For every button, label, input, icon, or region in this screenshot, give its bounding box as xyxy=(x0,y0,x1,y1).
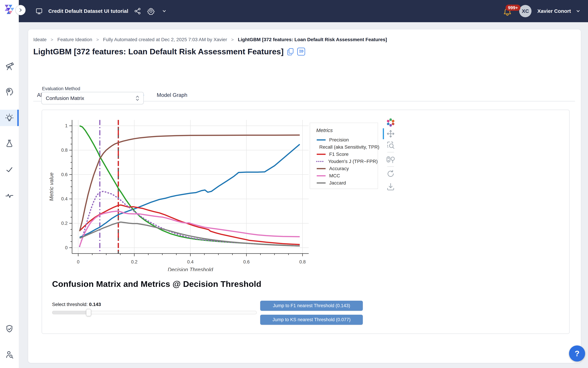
legend-item: Youden's J (TPR−FPR) xyxy=(316,158,378,165)
slider-handle[interactable] xyxy=(86,309,91,316)
x-axis-title: Decision Threshold xyxy=(168,267,213,271)
sidebar-item-ideation[interactable] xyxy=(0,83,19,100)
svg-text:0: 0 xyxy=(65,245,68,250)
jump-f1-button[interactable]: Jump to F1 nearest Threshold (0.143) xyxy=(260,301,363,311)
workspace-title: Credit Default Dataset UI tutorial xyxy=(48,8,128,14)
legend-item: Jaccard xyxy=(316,179,378,187)
evaluation-method-value: Confusion Matrix xyxy=(46,95,135,101)
legend-swatch xyxy=(316,182,326,184)
sidebar-item-monitoring[interactable] xyxy=(0,187,19,204)
copy-icon[interactable] xyxy=(287,48,294,55)
id-badge-icon[interactable]: ID xyxy=(297,48,305,55)
gear-icon[interactable] xyxy=(147,7,155,15)
slider-fill xyxy=(52,311,89,314)
select-chevrons-icon xyxy=(135,95,139,101)
chart-toolbar xyxy=(384,117,397,193)
sidebar-item-governance[interactable] xyxy=(0,321,19,337)
svg-text:0.8: 0.8 xyxy=(299,259,306,265)
top-navbar: Credit Default Dataset UI tutorial 999+ … xyxy=(0,0,588,22)
legend-label: Precision xyxy=(329,137,349,143)
shield-check-icon xyxy=(5,324,14,333)
breadcrumb-current: LightGBM [372 features: Loan Default Ris… xyxy=(238,37,387,42)
threshold-label: Select threshold: 0.143 xyxy=(52,302,101,307)
user-name[interactable]: Xavier Conort xyxy=(537,8,571,14)
app-logo[interactable] xyxy=(3,3,16,16)
legend-label: Jaccard xyxy=(329,180,346,186)
reset-tool-icon[interactable] xyxy=(385,169,396,179)
breadcrumb-ideate[interactable]: Ideate xyxy=(33,37,47,42)
page-title: LightGBM [372 features: Loan Default Ris… xyxy=(33,47,284,56)
id-badge-label: ID xyxy=(299,49,303,54)
svg-text:0.4: 0.4 xyxy=(187,259,194,265)
legend-label: F1 Score xyxy=(329,152,349,157)
legend-swatch xyxy=(316,153,326,155)
svg-text:0.6: 0.6 xyxy=(61,172,68,177)
lightbulb-icon xyxy=(5,113,14,122)
svg-text:0.8: 0.8 xyxy=(61,147,68,153)
toolbar-divider xyxy=(387,166,394,167)
content-card: Ideate > Feature Ideation > Fully Automa… xyxy=(28,29,581,363)
sidebar-item-explore[interactable] xyxy=(0,58,19,74)
head-gear-icon xyxy=(5,87,14,96)
metrics-chart[interactable]: 00.20.40.60.8100.20.40.60.8Decision Thre… xyxy=(46,115,312,271)
svg-text:0.2: 0.2 xyxy=(131,259,138,265)
breadcrumb-feature-ideation[interactable]: Feature Ideation xyxy=(57,37,92,42)
legend-item: Recall (aka Sensitivity, TPR) xyxy=(316,144,378,151)
legend-title: Metrics xyxy=(316,128,378,133)
breadcrumb-separator: > xyxy=(51,37,53,42)
help-button[interactable]: ? xyxy=(569,345,585,361)
bokeh-logo-icon[interactable] xyxy=(385,117,396,128)
avatar[interactable]: XC xyxy=(519,5,532,17)
notifications-button[interactable]: 999+ xyxy=(502,4,514,18)
chart-panel: 00.20.40.60.8100.20.40.60.8Decision Thre… xyxy=(42,110,570,334)
sidebar-item-approvals[interactable] xyxy=(0,161,19,178)
legend-item: F1 Score xyxy=(316,151,378,158)
legend-swatch xyxy=(316,160,325,163)
legend-item: Precision xyxy=(316,136,378,144)
pan-tool-icon[interactable] xyxy=(385,129,396,139)
left-sidebar xyxy=(0,0,19,368)
svg-text:0.2: 0.2 xyxy=(61,221,68,226)
active-tool-indicator xyxy=(383,128,384,139)
activity-icon xyxy=(5,191,14,200)
share-icon[interactable] xyxy=(134,7,142,15)
legend-swatch xyxy=(316,139,326,141)
user-menu-chevron-icon[interactable] xyxy=(576,9,580,13)
telescope-icon xyxy=(5,62,14,71)
svg-text:1: 1 xyxy=(65,123,68,128)
threshold-label-text: Select threshold: xyxy=(52,302,88,307)
sidebar-collapse-button[interactable] xyxy=(15,5,26,15)
legend-label: Youden's J (TPR−FPR) xyxy=(328,159,378,164)
svg-text:0: 0 xyxy=(77,259,80,265)
save-tool-icon[interactable] xyxy=(385,182,396,192)
wheel-zoom-tool-icon[interactable] xyxy=(385,154,396,165)
legend-label: MCC xyxy=(329,173,340,179)
legend-swatch xyxy=(316,168,326,170)
user-search-icon xyxy=(5,350,14,359)
legend-item: Accuracy xyxy=(316,165,378,172)
legend-swatch xyxy=(316,175,326,177)
checkmark-icon xyxy=(5,165,14,174)
threshold-slider[interactable] xyxy=(52,309,257,316)
chevron-down-icon[interactable] xyxy=(160,7,168,15)
monitor-icon xyxy=(35,7,43,15)
sidebar-item-user-search[interactable] xyxy=(0,347,19,363)
breadcrumb: Ideate > Feature Ideation > Fully Automa… xyxy=(33,37,387,42)
legend-label: Accuracy xyxy=(329,166,349,171)
notification-badge: 999+ xyxy=(506,5,520,11)
toolbar-divider xyxy=(387,152,394,152)
workspace-group[interactable]: Credit Default Dataset UI tutorial xyxy=(35,7,168,15)
sidebar-item-ideate[interactable] xyxy=(0,110,19,126)
box-zoom-tool-icon[interactable] xyxy=(385,140,396,150)
threshold-value: 0.143 xyxy=(89,302,101,307)
tab-model-graph[interactable]: Model Graph xyxy=(153,89,191,101)
sidebar-item-experiments[interactable] xyxy=(0,136,19,152)
breadcrumb-separator: > xyxy=(231,37,234,42)
evaluation-method-select[interactable]: Confusion Matrix xyxy=(41,92,144,104)
evaluation-method-label: Evaluation Method xyxy=(42,86,80,92)
jump-ks-button[interactable]: Jump to KS nearest Threshold (0.077) xyxy=(260,315,363,325)
flask-icon xyxy=(5,139,14,148)
breadcrumb-fully-automated[interactable]: Fully Automated created at Dec 2, 2025 7… xyxy=(103,37,227,42)
y-axis-title: Metric value xyxy=(48,172,54,201)
legend-item: MCC xyxy=(316,172,378,179)
